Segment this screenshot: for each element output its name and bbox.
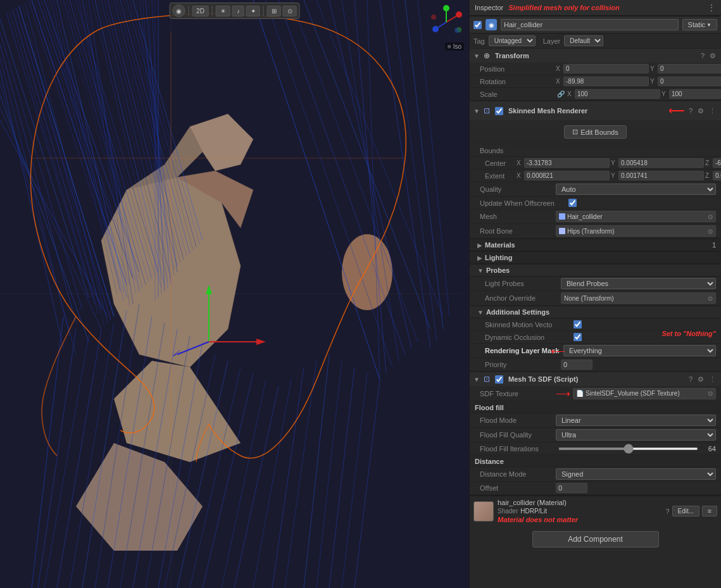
light-probes-select[interactable]: Blend Probes [561, 278, 716, 289]
edit-bounds-button[interactable]: ⊡ Edit Bounds [564, 125, 626, 139]
anchor-target-icon[interactable]: ⊙ [708, 295, 713, 302]
center-label: Center [485, 160, 517, 167]
root-bone-field[interactable]: Hips (Transform) ⊙ [556, 225, 716, 237]
tag-select[interactable]: Untagged [489, 35, 536, 46]
sdf-menu-btn[interactable]: ⋮ [708, 375, 717, 384]
rot-y-label: Y [650, 78, 656, 85]
priority-input[interactable] [561, 360, 592, 370]
sdf-actions: ? ⚙ ⋮ [687, 375, 717, 384]
sdf-texture-target-icon[interactable]: ⊙ [708, 390, 713, 397]
lighting-btn[interactable]: ☀ [216, 6, 230, 16]
pos-y-input[interactable] [658, 64, 721, 73]
flood-mode-label: Flood Mode [480, 416, 556, 424]
viewport[interactable]: ◉ 2D ☀ ♪ ✦ ⊞ ⊙ [0, 0, 469, 588]
sdf-settings-btn[interactable]: ⚙ [696, 375, 705, 384]
sdf-icon: ⊡ [484, 375, 490, 384]
inspector-body[interactable]: ◉ Static ▼ Tag Untagged Layer Default [470, 16, 721, 588]
static-button[interactable]: Static ▼ [682, 19, 717, 30]
svg-point-119 [456, 11, 462, 18]
anchor-override-field[interactable]: None (Transform) ⊙ [561, 292, 716, 304]
sdf-texture-value: SintelSDF_Volume (SDF Texture) [586, 390, 680, 397]
update-offscreen-row: Update When Offscreen [470, 197, 721, 210]
offset-row: Offset [470, 482, 721, 495]
sdf-texture-doc-icon: 📄 [576, 390, 584, 397]
material-thumbnail[interactable] [473, 501, 494, 522]
gizmos-btn[interactable]: ⊙ [283, 6, 297, 16]
smr-help-btn[interactable]: ? [687, 107, 694, 115]
gameobject-active-checkbox[interactable] [473, 21, 482, 29]
inspector-header: Inspector Simplified mesh only for colli… [470, 0, 721, 16]
position-row: Position X Y Z [470, 63, 721, 75]
sdf-help-btn[interactable]: ? [687, 375, 694, 383]
distance-mode-select[interactable]: Signed [556, 468, 716, 480]
gameobject-name-input[interactable] [501, 19, 679, 30]
smr-settings-btn[interactable]: ⚙ [696, 107, 705, 115]
scale-x-label: X [567, 91, 574, 97]
perspective-btn[interactable]: ◉ [172, 4, 185, 17]
transform-help-btn[interactable]: ? [699, 52, 706, 59]
sdf-enable-checkbox[interactable] [495, 375, 503, 384]
layer-select[interactable]: Default [564, 35, 603, 46]
scene-btn[interactable]: ⊞ [267, 6, 281, 16]
material-name: hair_collider (Material) [498, 499, 661, 506]
svg-point-122 [431, 15, 436, 20]
update-offscreen-checkbox[interactable] [568, 199, 577, 207]
scene-gizmo[interactable] [429, 5, 464, 40]
smr-menu-btn[interactable]: ⋮ [708, 107, 717, 115]
probes-section[interactable]: ▼ Probes [470, 264, 721, 277]
smr-header[interactable]: ▼ ⊡ Skinned Mesh Renderer ⟵ ? ⚙ ⋮ [470, 101, 721, 120]
quality-row: Quality Auto [470, 182, 721, 197]
center-x-input[interactable] [524, 158, 610, 168]
inspector-menu-icon[interactable]: ⋮ [707, 3, 716, 13]
sdf-texture-arrow: ⟶ [556, 387, 570, 399]
rendering-layer-label: Rendering Layer Mask [485, 347, 561, 354]
2d-btn[interactable]: 2D [192, 6, 209, 16]
rendering-layer-select[interactable]: Everything [563, 345, 716, 356]
fx-btn[interactable]: ✦ [246, 6, 260, 16]
gameobject-icon: ◉ [486, 19, 497, 30]
audio-btn[interactable]: ♪ [232, 6, 244, 16]
additional-settings-section[interactable]: ▼ Additional Settings [470, 306, 721, 318]
material-menu-button[interactable]: ≡ [702, 506, 717, 516]
tag-layer-row: Tag Untagged Layer Default [470, 34, 721, 49]
offset-input[interactable] [556, 483, 587, 493]
rotation-label: Rotation [480, 78, 556, 85]
extent-z-input[interactable] [713, 171, 721, 180]
mesh-field[interactable]: Hair_collider ⊙ [556, 211, 716, 222]
distance-mode-row: Distance Mode Signed [470, 467, 721, 482]
extent-x-input[interactable] [524, 171, 610, 180]
lighting-section[interactable]: ▶ Lighting [470, 251, 721, 264]
materials-section[interactable]: ▶ Materials 1 [470, 239, 721, 251]
center-y-input[interactable] [618, 158, 704, 168]
skinned-motion-checkbox[interactable] [574, 320, 582, 328]
extent-y-input[interactable] [618, 171, 704, 180]
quality-select[interactable]: Auto [556, 184, 716, 195]
sdf-texture-field[interactable]: 📄 SintelSDF_Volume (SDF Texture) ⊙ [573, 388, 716, 399]
transform-settings-btn[interactable]: ⚙ [708, 52, 717, 60]
center-z-input[interactable] [713, 158, 721, 168]
scale-x-input[interactable] [575, 89, 660, 99]
add-component-button[interactable]: Add Component [532, 531, 659, 547]
iso-label: ≡ Iso [445, 42, 464, 51]
root-bone-target-icon[interactable]: ⊙ [708, 228, 713, 235]
layer-label: Layer [543, 37, 561, 45]
mesh-target-icon[interactable]: ⊙ [708, 213, 713, 220]
flood-iterations-slider[interactable] [558, 447, 698, 450]
sdf-header[interactable]: ▼ ⊡ Mesh To SDF (Script) ? ⚙ ⋮ [470, 372, 721, 386]
transform-actions: ? ⚙ [699, 52, 717, 60]
smr-actions: ? ⚙ ⋮ [687, 107, 717, 115]
flood-quality-row: Flood Fill Quality Ultra [470, 428, 721, 442]
transform-header[interactable]: ▼ ⊕ Transform ? ⚙ [470, 49, 721, 63]
material-help-icon[interactable]: ? [665, 508, 669, 515]
dynamic-occlusion-checkbox[interactable] [574, 333, 582, 341]
rot-x-input[interactable] [563, 77, 649, 86]
rot-y-input[interactable] [658, 77, 721, 86]
smr-enable-checkbox[interactable] [495, 107, 503, 115]
scale-y-input[interactable] [669, 89, 721, 99]
flood-quality-select[interactable]: Ultra [556, 429, 716, 441]
distance-mode-label: Distance Mode [480, 470, 556, 478]
pos-y-label: Y [650, 65, 656, 72]
flood-mode-select[interactable]: Linear [556, 415, 716, 426]
pos-x-input[interactable] [563, 64, 649, 73]
material-edit-button[interactable]: Edit... [672, 506, 700, 516]
